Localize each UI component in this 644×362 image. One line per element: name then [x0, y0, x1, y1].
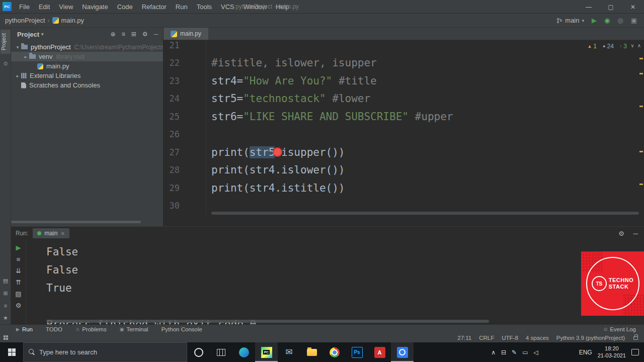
tree-item-main-py[interactable]: main.py — [11, 61, 163, 71]
warning-badge[interactable]: ▲1 — [587, 43, 597, 50]
tree-item-external-libraries[interactable]: ▸External Libraries — [11, 71, 163, 80]
todo-toolwindow[interactable]: TODO — [46, 326, 62, 332]
line-number[interactable]: 21 — [164, 40, 206, 54]
line-number[interactable]: 29 — [164, 179, 206, 197]
line-number[interactable]: 26 — [164, 126, 206, 144]
editor-tab-main-py[interactable]: main.py — [164, 28, 208, 40]
console-horizontal-scrollbar[interactable] — [46, 320, 489, 323]
chrome-button[interactable] — [323, 342, 346, 362]
code-line-29[interactable]: 29print(str4.istitle()) — [164, 179, 644, 197]
run-button[interactable]: ▶ — [592, 17, 597, 24]
close-icon[interactable]: ✕ — [60, 231, 64, 236]
breadcrumb-file[interactable]: main.py — [61, 17, 85, 24]
menu-item-file[interactable]: File — [15, 1, 34, 13]
minimize-button[interactable]: — — [578, 0, 600, 14]
language-indicator[interactable]: ENG — [579, 349, 592, 356]
code-line-25[interactable]: 25str6="LIKE SHARE AND SUBSCRIBE" #upper — [164, 108, 644, 126]
menu-item-edit[interactable]: Edit — [34, 1, 54, 13]
event-log-button[interactable]: ⊙ Event Log — [604, 326, 644, 332]
terminal-toolwindow[interactable]: ▣Terminal — [120, 326, 148, 332]
edge-button[interactable] — [232, 342, 255, 362]
menu-item-run[interactable]: Run — [171, 1, 192, 13]
display-icon[interactable]: ⊟ — [501, 349, 506, 356]
menu-item-view[interactable]: View — [54, 1, 77, 13]
problems-toolwindow[interactable]: ⚠Problems — [75, 326, 107, 332]
soft-wrap-icon[interactable]: ▤ — [15, 290, 21, 298]
coverage-button[interactable]: ◎ — [617, 17, 623, 24]
code-line-26[interactable]: 26 — [164, 126, 644, 144]
pen-icon[interactable]: ✎ — [512, 349, 517, 356]
photoshop-button[interactable]: Ps — [346, 342, 368, 362]
line-number[interactable]: 22 — [164, 54, 206, 72]
statusbar-item-1[interactable]: CRLF — [479, 335, 494, 341]
close-button[interactable]: ✕ — [622, 0, 644, 14]
editor-horizontal-scrollbar[interactable] — [211, 212, 639, 215]
clear-settings-icon[interactable]: ⚙ — [16, 302, 22, 309]
line-number[interactable]: 25 — [164, 108, 206, 126]
run-toolwindow[interactable]: ▶Run — [16, 326, 33, 332]
toolwindow-switcher-icon[interactable] — [4, 335, 9, 341]
statusbar-item-3[interactable]: 4 spaces — [526, 335, 549, 341]
hide-panel-icon[interactable]: ─ — [153, 31, 158, 38]
collapse-all-icon[interactable]: ≡ — [122, 31, 125, 38]
upgrade-badge[interactable]: ↑3 — [620, 43, 627, 50]
maximize-button[interactable]: ▢ — [600, 0, 622, 14]
camera-button[interactable] — [391, 342, 414, 362]
layers-icon[interactable]: ≡ — [4, 303, 7, 309]
commit-icon[interactable]: ⊙ — [0, 61, 11, 66]
structure-icon[interactable]: ▤ — [3, 278, 8, 284]
favorites-star-icon[interactable]: ★ — [3, 315, 8, 321]
project-panel-title[interactable]: Project ▾ — [17, 31, 44, 38]
code-line-23[interactable]: 23str4="How Are You?" #title — [164, 72, 644, 90]
chevron-down-icon[interactable]: ∨ — [630, 43, 634, 48]
line-number[interactable]: 27 — [164, 143, 206, 161]
settings-gear-icon[interactable]: ⚙ — [618, 230, 624, 237]
build-icon[interactable]: ⊞ — [3, 290, 8, 297]
project-horizontal-scrollbar[interactable] — [11, 221, 141, 223]
taskbar-clock[interactable]: 18:20 21-03-2021 — [598, 345, 626, 359]
git-branch-widget[interactable]: main ▾ — [556, 17, 584, 24]
menu-item-code[interactable]: Code — [113, 1, 137, 13]
menu-item-navigate[interactable]: Navigate — [77, 1, 112, 13]
tray-chevron-up-icon[interactable]: ∧ — [491, 349, 496, 356]
taskbar-search-input[interactable] — [39, 348, 182, 356]
task-view-button[interactable] — [210, 342, 232, 362]
battery-icon[interactable]: ▭ — [522, 349, 528, 356]
tree-item-pythonproject[interactable]: ▾pythonProjectC:\Users\dream\PycharmProj… — [11, 42, 163, 52]
acrobat-button[interactable]: A — [368, 342, 391, 362]
stop-icon[interactable]: ■ — [17, 255, 21, 263]
pycharm-button[interactable]: PC — [255, 342, 278, 362]
statusbar-item-4[interactable]: Python 3.9 (pythonProject) — [556, 335, 625, 341]
strip-project-tab[interactable]: Project — [1, 30, 11, 54]
cortana-button[interactable] — [187, 342, 210, 362]
profiler-button[interactable]: ▣ — [631, 17, 637, 24]
code-area[interactable]: ▲1●24↑3 ∨ ∧ 2122#istitle, islower, isupp… — [164, 40, 644, 226]
hide-panel-icon[interactable]: ─ — [633, 230, 638, 237]
explorer-button[interactable] — [300, 342, 323, 362]
menu-item-refactor[interactable]: Refactor — [137, 1, 171, 13]
action-center-icon[interactable] — [631, 349, 639, 355]
run-tab-main[interactable]: main ✕ — [33, 228, 69, 238]
settings-gear-icon[interactable]: ⚙ — [142, 31, 148, 38]
locate-icon[interactable]: ⊕ — [111, 31, 116, 38]
breadcrumb-project[interactable]: pythonProject — [5, 17, 45, 24]
code-line-21[interactable]: 21 — [164, 40, 644, 54]
code-line-24[interactable]: 24str5="technostack" #lower — [164, 90, 644, 108]
volume-icon[interactable]: ◁ — [533, 349, 538, 356]
tree-item-venv[interactable]: ▸venvlibrary root — [11, 52, 163, 61]
code-line-28[interactable]: 28print(str4.islower()) — [164, 161, 644, 179]
taskbar-search[interactable] — [23, 342, 187, 362]
typo-badge[interactable]: ●24 — [603, 43, 614, 50]
debug-button[interactable]: ◉ — [604, 17, 610, 24]
start-button[interactable] — [0, 342, 23, 362]
line-number[interactable]: 23 — [164, 72, 206, 90]
python-console-toolwindow[interactable]: Python Console — [162, 326, 202, 332]
code-line-27[interactable]: 27print(str5.isupper()) — [164, 143, 644, 161]
line-number[interactable]: 24 — [164, 90, 206, 108]
scroll-up-icon[interactable]: ⇈ — [16, 279, 21, 286]
line-number[interactable]: 28 — [164, 161, 206, 179]
menu-item-tools[interactable]: Tools — [192, 1, 216, 13]
mail-button[interactable]: ✉ — [278, 342, 300, 362]
rerun-icon[interactable]: ▶ — [16, 244, 21, 251]
expand-icon[interactable]: ⊞ — [131, 31, 136, 38]
